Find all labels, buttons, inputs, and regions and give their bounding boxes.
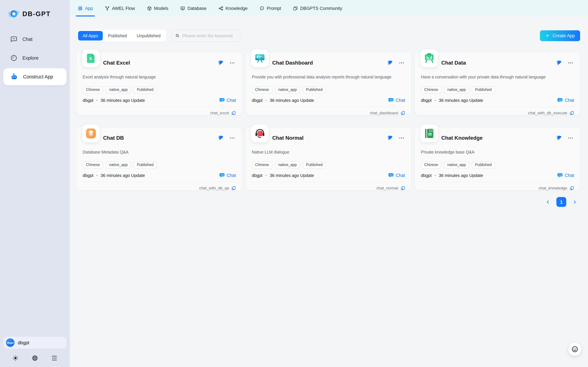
sidebar-footer-icons <box>0 350 70 367</box>
tag: Published <box>133 161 157 168</box>
app-icon-tile: X <box>82 50 100 67</box>
chat-link[interactable]: Chat <box>219 173 236 178</box>
app-card-chat-normal[interactable]: Chat Normal Native LLM dialogue Chin <box>246 127 411 190</box>
more-icon[interactable] <box>568 135 573 141</box>
content-area: All Apps Published Unpublished Create Ap… <box>70 17 588 367</box>
more-icon[interactable] <box>398 135 404 141</box>
main-area: App AWEL Flow Models SQL D <box>70 0 588 367</box>
app-code: chat_with_db_execute <box>528 110 567 115</box>
more-icon[interactable] <box>229 60 235 66</box>
page-number[interactable]: 1 <box>556 197 566 207</box>
more-icon[interactable] <box>229 135 235 141</box>
copy-icon[interactable] <box>400 186 405 190</box>
tab-database[interactable]: SQL Database <box>180 0 207 17</box>
app-icon-tile <box>82 125 100 142</box>
user-menu[interactable]: dbgpt dbgpt <box>3 337 66 349</box>
tab-awel-flow[interactable]: AWEL Flow <box>105 0 135 17</box>
more-icon[interactable] <box>568 60 573 66</box>
collapse-menu-icon[interactable] <box>50 354 58 362</box>
dingtalk-share-icon[interactable] <box>387 135 392 141</box>
app-card-title: Chat Knowledge <box>441 135 556 141</box>
top-nav: App AWEL Flow Models SQL D <box>70 0 588 17</box>
app-card-chat-dashboard[interactable]: Chat Dashboard Provide you with professi… <box>246 52 411 115</box>
app-icon-tile <box>251 125 269 142</box>
tab-label: App <box>85 6 93 11</box>
sql-monitor-icon: SQL <box>180 6 185 11</box>
chat-link[interactable]: Chat <box>388 98 405 103</box>
tab-knowledge[interactable]: Knowledge <box>218 0 248 17</box>
chat-bubble-icon <box>557 98 563 102</box>
sidebar-item-explore[interactable]: Explore <box>3 50 66 67</box>
app-updated: 36 minutes ago Update <box>270 173 314 178</box>
app-card-chat-db[interactable]: Chat DB Database Metadata Q&A Chines <box>77 127 242 190</box>
copy-icon[interactable] <box>570 110 574 115</box>
db-gpt-planet-icon <box>8 8 20 20</box>
dingtalk-share-icon[interactable] <box>218 60 224 66</box>
app-card-title: Chat DB <box>103 135 218 141</box>
app-owner: dbgpt <box>83 173 93 178</box>
chat-link[interactable]: Chat <box>219 98 236 103</box>
app-card-chat-data[interactable]: Chat Data Have a conversation with your … <box>415 52 580 115</box>
copy-icon[interactable] <box>232 110 236 115</box>
smiley-icon <box>571 346 579 353</box>
filter-published[interactable]: Published <box>103 31 132 40</box>
filter-unpublished[interactable]: Unpublished <box>132 31 165 40</box>
theme-sun-icon[interactable] <box>11 354 20 362</box>
app-card-description: Have a conversation with your private da… <box>421 75 574 79</box>
chat-bubble-icon <box>557 173 563 178</box>
dashboard-board-icon <box>254 52 266 64</box>
chat-link[interactable]: Chat <box>557 173 574 178</box>
filter-all-apps[interactable]: All Apps <box>78 31 103 40</box>
chevron-right-icon[interactable] <box>572 199 578 205</box>
community-icon <box>293 6 298 11</box>
tab-models[interactable]: Models <box>147 0 168 17</box>
excel-file-icon: X <box>85 52 97 64</box>
copy-icon[interactable] <box>400 110 405 115</box>
app-card-chat-knowledge[interactable]: Chat Knowledge Private knowledge base Q&… <box>415 127 580 190</box>
app-card-description: Native LLM dialogue <box>252 150 405 155</box>
chevron-left-icon[interactable] <box>545 199 550 205</box>
sidebar-bottom: dbgpt dbgpt <box>0 334 70 367</box>
chat-link-label: Chat <box>227 173 236 178</box>
dingtalk-share-icon[interactable] <box>556 135 562 141</box>
chat-link[interactable]: Chat <box>388 173 405 178</box>
more-icon[interactable] <box>398 60 404 66</box>
app-code: chat_with_db_qa <box>199 186 229 190</box>
sidebar-item-construct-app[interactable]: Construct App <box>3 68 66 85</box>
app-owner: dbgpt <box>252 98 263 103</box>
chat-link[interactable]: Chat <box>557 98 574 103</box>
grid-icon <box>78 6 83 11</box>
tab-app[interactable]: App <box>78 0 93 17</box>
book-icon <box>423 127 435 139</box>
chat-link-label: Chat <box>396 173 405 178</box>
create-app-label: Create App <box>553 33 575 38</box>
chat-bubble-icon <box>388 98 394 102</box>
sidebar-item-chat[interactable]: Chat <box>3 31 66 48</box>
tag: native_app <box>275 86 300 93</box>
avatar: dbgpt <box>6 338 15 347</box>
create-app-button[interactable]: Create App <box>540 30 580 41</box>
tag: Chinese <box>252 161 272 168</box>
feedback-button[interactable] <box>568 343 581 356</box>
tab-label: Prompt <box>267 6 281 11</box>
chat-bubble-icon <box>388 173 394 178</box>
app-card-chat-excel[interactable]: X Chat Excel <box>77 52 242 115</box>
tag: native_app <box>106 86 131 93</box>
dot-separator: • <box>265 173 267 177</box>
copy-icon[interactable] <box>232 186 236 190</box>
dingtalk-share-icon[interactable] <box>556 60 562 66</box>
tag: Published <box>472 86 495 93</box>
search-input[interactable] <box>182 33 237 38</box>
app-card-title: Chat Excel <box>103 60 218 66</box>
language-globe-icon[interactable] <box>31 354 39 362</box>
explore-icon <box>10 54 17 62</box>
chat-link-label: Chat <box>227 98 236 103</box>
app-code: chat_excel <box>210 110 229 115</box>
graph-icon <box>218 6 223 11</box>
copy-icon[interactable] <box>570 186 574 190</box>
tab-prompt[interactable]: Prompt <box>259 0 281 17</box>
dingtalk-share-icon[interactable] <box>387 60 392 66</box>
tab-dbgpts-community[interactable]: DBGPTS Community <box>293 0 342 17</box>
dingtalk-share-icon[interactable] <box>218 135 224 141</box>
filter-segment: All Apps Published Unpublished <box>77 29 166 42</box>
